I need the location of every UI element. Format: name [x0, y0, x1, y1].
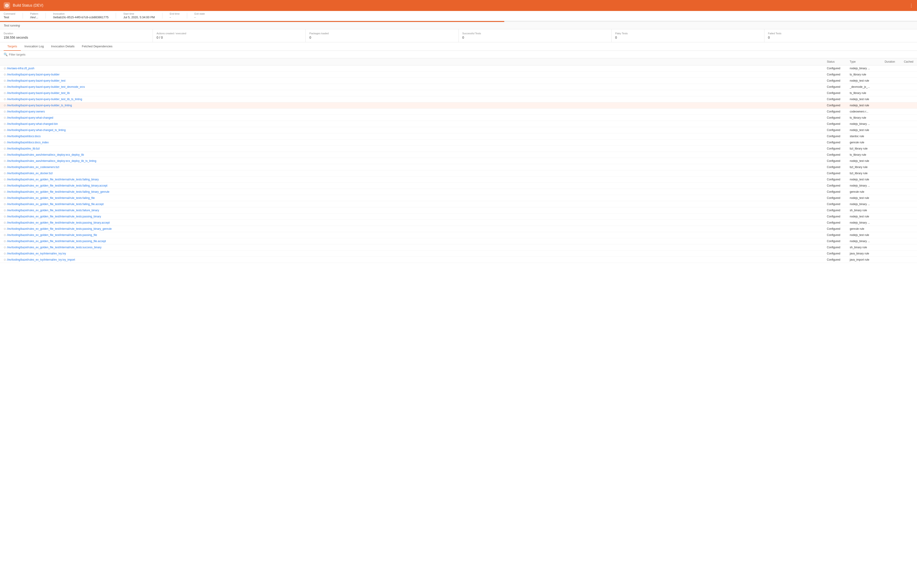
row-expand-icon[interactable]: ⊙ — [4, 116, 6, 120]
row-status: Configured — [823, 90, 846, 96]
row-expand-icon[interactable]: ⊙ — [4, 122, 6, 126]
row-expand-icon[interactable]: ⊙ — [4, 184, 6, 187]
row-expand-icon[interactable]: ⊙ — [4, 129, 6, 132]
target-link[interactable]: //ev/tooling/bazel-query:what-changed-bi… — [7, 122, 58, 126]
target-link[interactable]: //ev/tooling/bazel/rules_ev_golden_file_… — [7, 239, 106, 243]
stat-duration: Duration 158.556 seconds — [0, 29, 153, 42]
target-link[interactable]: //ev/tooling/bazel/docs:docs — [7, 135, 41, 138]
row-expand-icon[interactable]: ⊙ — [4, 147, 6, 150]
row-duration — [880, 201, 899, 207]
target-link[interactable]: //ev/tooling/bazel-query:owners — [7, 110, 45, 113]
row-expand-icon[interactable]: ⊙ — [4, 233, 6, 237]
meta-invocation: Invocation 0e8ab10c-8515-44f0-b7c8-ccb88… — [53, 12, 109, 19]
row-expand-icon[interactable]: ⊙ — [4, 221, 6, 224]
row-expand-icon[interactable]: ⊙ — [4, 178, 6, 181]
target-link[interactable]: //ev/tooling/bazel-query:bazel-query-bui… — [7, 98, 82, 101]
target-link[interactable]: //ev/tooling/bazel/rules_ev_codeowners:b… — [7, 165, 59, 169]
row-type: sh_binary rule — [846, 207, 880, 213]
targets-table-container: Status Type Duration Cached ⊙//ev/aws-in… — [0, 58, 917, 263]
target-link[interactable]: //ev/tooling/bazel/rules_ev_docker:bzl — [7, 172, 53, 175]
target-link[interactable]: //ev/tooling/bazel/rules_ev_golden_file_… — [7, 246, 102, 249]
row-type: bzl_library rule — [846, 170, 880, 176]
filter-input[interactable] — [9, 53, 913, 56]
target-link[interactable]: //ev/tooling/bazel/rules_ev_golden_file_… — [7, 184, 107, 187]
tab-invocation-log[interactable]: Invocation Log — [21, 42, 48, 51]
row-type: nodejs_binary ... — [846, 238, 880, 244]
row-duration — [880, 139, 899, 145]
row-duration — [880, 213, 899, 220]
row-expand-icon[interactable]: ⊙ — [4, 246, 6, 249]
row-status: Configured — [823, 195, 846, 201]
row-cached — [899, 108, 917, 115]
row-expand-icon[interactable]: ⊙ — [4, 215, 6, 218]
row-expand-icon[interactable]: ⊙ — [4, 159, 6, 163]
table-row: ⊙//ev/aws-infra:cft_pushConfigurednodejs… — [0, 65, 917, 71]
row-expand-icon[interactable]: ⊙ — [4, 92, 6, 95]
target-link[interactable]: //ev/tooling/bazel/rules_ev_ivy/internal… — [7, 252, 66, 255]
row-expand-icon[interactable]: ⊙ — [4, 258, 6, 261]
row-expand-icon[interactable]: ⊙ — [4, 67, 6, 70]
target-link[interactable]: //ev/tooling/bazel/rules_aws/internal/ec… — [7, 159, 96, 163]
row-expand-icon[interactable]: ⊙ — [4, 141, 6, 144]
row-expand-icon[interactable]: ⊙ — [4, 98, 6, 101]
row-expand-icon[interactable]: ⊙ — [4, 73, 6, 76]
target-link[interactable]: //ev/tooling/bazel/rules_ev_golden_file_… — [7, 209, 99, 212]
row-cached — [899, 232, 917, 238]
target-link[interactable]: //ev/tooling/bazel-query:bazel-query-bui… — [7, 79, 65, 82]
target-link[interactable]: //ev/tooling/bazel-query:what-changed_ts… — [7, 129, 66, 132]
row-status: Configured — [823, 127, 846, 133]
row-expand-icon[interactable]: ⊙ — [4, 165, 6, 169]
target-link[interactable]: //ev/tooling/bazel/rules_ev_golden_file_… — [7, 196, 95, 200]
row-expand-icon[interactable]: ⊙ — [4, 190, 6, 194]
row-expand-icon[interactable]: ⊙ — [4, 85, 6, 89]
target-link[interactable]: //ev/tooling/bazel/rules_ev_golden_file_… — [7, 178, 99, 181]
target-link[interactable]: //ev/tooling/bazel/rules_ev_golden_file_… — [7, 190, 109, 194]
target-link[interactable]: //ev/tooling/bazel/rules_ev_golden_file_… — [7, 202, 104, 206]
table-row: ⊙//ev/tooling/bazel/rules_ev_golden_file… — [0, 238, 917, 244]
row-duration — [880, 145, 899, 152]
row-expand-icon[interactable]: ⊙ — [4, 202, 6, 206]
tab-invocation-details[interactable]: Invocation Details — [47, 42, 78, 51]
row-duration — [880, 152, 899, 158]
row-expand-icon[interactable]: ⊙ — [4, 172, 6, 175]
target-link[interactable]: //ev/tooling/bazel/rules_ev_ivy/internal… — [7, 258, 75, 261]
menu-icon[interactable]: ⋮ — [909, 3, 913, 8]
row-cached — [899, 65, 917, 71]
row-expand-icon[interactable]: ⊙ — [4, 196, 6, 200]
end-time-label: End time — [170, 12, 180, 15]
target-link[interactable]: //ev/tooling/bazel-query:bazel-query-bui… — [7, 92, 70, 95]
target-link[interactable]: //ev/tooling/bazel/docs:docs_index — [7, 141, 49, 144]
row-expand-icon[interactable]: ⊙ — [4, 79, 6, 82]
row-expand-icon[interactable]: ⊙ — [4, 239, 6, 243]
row-type: java_binary rule — [846, 250, 880, 257]
tab-fetched-dependencies[interactable]: Fetched Dependencies — [78, 42, 116, 51]
row-expand-icon[interactable]: ⊙ — [4, 252, 6, 255]
tab-targets[interactable]: Targets — [4, 42, 21, 51]
target-link[interactable]: //ev/tooling/bazel-query:bazel-query-bui… — [7, 104, 72, 107]
row-expand-icon[interactable]: ⊙ — [4, 135, 6, 138]
target-link[interactable]: //ev/aws-infra:cft_push — [7, 67, 34, 70]
row-cached — [899, 213, 917, 220]
target-link[interactable]: //ev/tooling/bazel/rules_ev_golden_file_… — [7, 215, 101, 218]
row-expand-icon[interactable]: ⊙ — [4, 227, 6, 231]
target-link[interactable]: //ev/tooling/bazel/rules_ev_golden_file_… — [7, 221, 110, 224]
table-row: ⊙//ev/tooling/bazel-query:bazel-query-bu… — [0, 84, 917, 90]
row-expand-icon[interactable]: ⊙ — [4, 153, 6, 157]
target-link[interactable]: //ev/tooling/bazel-query:bazel-query-bui… — [7, 85, 85, 89]
target-link[interactable]: //ev/tooling/bazel-query:bazel-query-bui… — [7, 73, 60, 76]
row-cached — [899, 158, 917, 164]
row-expand-icon[interactable]: ⊙ — [4, 104, 6, 107]
target-link[interactable]: //ev/tooling/bazel/rules_ev_golden_file_… — [7, 227, 112, 231]
row-expand-icon[interactable]: ⊙ — [4, 209, 6, 212]
row-type: bzl_library rule — [846, 145, 880, 152]
row-type: java_import rule — [846, 257, 880, 263]
row-status: Configured — [823, 189, 846, 195]
table-row: ⊙//ev/tooling/bazel-query:what-changed_t… — [0, 127, 917, 133]
target-link[interactable]: //ev/tooling/bazel/rules_aws/internal/ec… — [7, 153, 84, 157]
target-link[interactable]: //ev/tooling/bazel/ev_lib:bzl — [7, 147, 40, 150]
row-duration — [880, 170, 899, 176]
target-link[interactable]: //ev/tooling/bazel/rules_ev_golden_file_… — [7, 233, 97, 237]
target-link[interactable]: //ev/tooling/bazel-query:what-changed — [7, 116, 53, 120]
table-row: ⊙//ev/tooling/bazel/docs:docsConfigureds… — [0, 133, 917, 139]
row-expand-icon[interactable]: ⊙ — [4, 110, 6, 113]
